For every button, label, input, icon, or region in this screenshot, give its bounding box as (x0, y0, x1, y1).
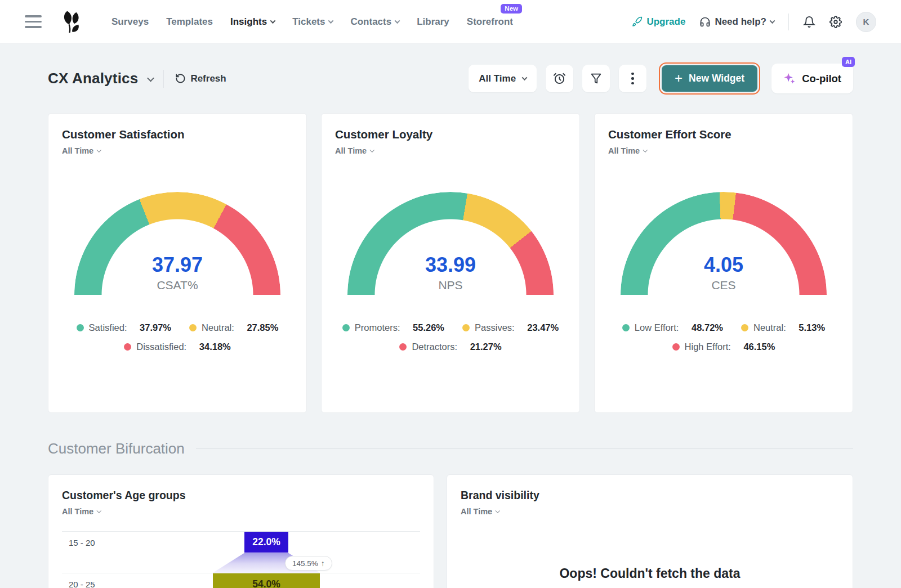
more-options-button[interactable] (619, 65, 646, 92)
chevron-down-icon (496, 509, 500, 513)
card-title: Customer Effort Score (608, 128, 839, 141)
legend-item: Satisfied: 37.97% (77, 322, 171, 333)
legend-dot (189, 324, 197, 331)
customer-bifurcation-section: Customer Bifurcation (48, 440, 853, 457)
legend-item: Low Effort: 48.72% (622, 322, 723, 333)
card-time-filter[interactable]: All Time (335, 146, 374, 155)
legend-dot (342, 324, 350, 331)
nav-item-surveys[interactable]: Surveys (111, 16, 149, 28)
copilot-button[interactable]: Co-pilot AI (771, 64, 853, 93)
gauge-legend: Promoters: 55.26% Passives: 23.47% Detra… (335, 322, 566, 352)
nav-item-insights[interactable]: Insights (230, 16, 275, 28)
gauge-label: NPS (347, 279, 554, 292)
legend-dot (124, 343, 131, 351)
legend-item: Promoters: 55.26% (342, 322, 444, 333)
gauge-label: CSAT% (74, 279, 280, 292)
gauge-cards-row: Customer Satisfaction All Time 37.97 CSA… (48, 113, 853, 413)
nav-item-templates[interactable]: Templates (166, 16, 213, 28)
funnel-category: 20 - 25 (62, 573, 113, 588)
funnel-row: 20 - 25 54.0% (62, 573, 420, 588)
gauge-legend: Satisfied: 37.97% Neutral: 27.85% Dissat… (62, 322, 293, 352)
kebab-menu-icon (631, 73, 634, 85)
time-filter-dropdown[interactable]: All Time (469, 65, 537, 92)
funnel-filter-icon (590, 73, 602, 84)
customer-loyalty-card: Customer Loyalty All Time 33.99 NPS Prom… (321, 113, 580, 413)
card-time-filter[interactable]: All Time (461, 507, 499, 516)
card-title: Customer Loyalty (335, 128, 566, 141)
settings-gear-icon[interactable] (829, 16, 842, 28)
top-navigation: Surveys Templates Insights Tickets Conta… (0, 0, 901, 44)
gauge-value: 37.97 (74, 253, 280, 277)
card-title: Customer Satisfaction (62, 128, 293, 141)
card-title: Customer's Age groups (62, 489, 420, 502)
need-help-menu[interactable]: Need help? (699, 16, 774, 28)
legend-item: High Effort: 46.15% (672, 342, 775, 352)
page-title: CX Analytics (48, 70, 138, 87)
ai-badge: AI (842, 57, 855, 67)
funnel-category: 15 - 20 (62, 532, 113, 553)
age-groups-card: Customer's Age groups All Time 15 - 20 2… (48, 474, 434, 588)
customer-satisfaction-card: Customer Satisfaction All Time 37.97 CSA… (48, 113, 307, 413)
upgrade-link[interactable]: Upgrade (632, 16, 685, 28)
chevron-down-icon (770, 18, 775, 24)
funnel-bar: 54.0% (213, 573, 320, 588)
nav-item-storefront[interactable]: Storefront New (467, 16, 513, 28)
csat-gauge-chart: 37.97 CSAT% (74, 192, 280, 295)
chevron-down-icon (395, 18, 400, 24)
chevron-down-icon (148, 74, 155, 82)
chevron-down-icon (97, 509, 101, 513)
plus-icon: + (675, 71, 683, 85)
nav-item-tickets[interactable]: Tickets (292, 16, 333, 28)
section-title: Customer Bifurcation (48, 440, 185, 457)
chevron-down-icon (328, 18, 334, 24)
filter-button[interactable] (582, 65, 610, 92)
refresh-button[interactable]: Refresh (175, 73, 226, 84)
funnel-row: 15 - 20 22.0% 145.5%↑ (62, 531, 420, 573)
legend-item: Detractors: 21.27% (399, 342, 501, 352)
gauge-value: 4.05 (621, 253, 827, 277)
legend-dot (399, 343, 407, 351)
legend-dot (622, 324, 630, 331)
sparkle-icon (783, 72, 796, 85)
chevron-down-icon (643, 148, 648, 152)
gauge-legend: Low Effort: 48.72% Neutral: 5.13% High E… (608, 322, 839, 352)
chevron-down-icon (522, 75, 528, 80)
main-nav: Surveys Templates Insights Tickets Conta… (111, 16, 513, 28)
alarm-clock-icon (553, 72, 566, 85)
rocket-icon (632, 16, 643, 27)
divider (163, 70, 164, 88)
headset-icon (699, 16, 711, 28)
brand-visibility-card: Brand visibility All Time Oops! Couldn't… (447, 474, 853, 588)
schedule-alarm-button[interactable] (546, 65, 573, 92)
card-time-filter[interactable]: All Time (62, 146, 101, 155)
chevron-down-icon (370, 148, 374, 152)
legend-dot (462, 324, 470, 331)
ces-gauge-chart: 4.05 CES (621, 192, 827, 295)
notifications-bell-icon[interactable] (803, 16, 815, 28)
page-header: CX Analytics Refresh All Time + New Widg… (48, 62, 853, 95)
hamburger-menu-icon[interactable] (25, 15, 42, 28)
new-widget-highlight-ring: + New Widget (659, 62, 760, 95)
new-badge: New (501, 4, 522, 14)
nav-item-contacts[interactable]: Contacts (350, 16, 399, 28)
funnel-change-badge: 145.5%↑ (285, 556, 332, 571)
chevron-down-icon (270, 18, 276, 24)
funnel-bar: 22.0% (244, 532, 288, 553)
user-avatar[interactable]: K (856, 12, 876, 32)
legend-item: Neutral: 5.13% (741, 322, 825, 333)
dashboard-switcher-chevron[interactable] (148, 74, 153, 84)
error-message: Oops! Couldn't fetch the data (461, 566, 839, 581)
chevron-down-icon (97, 148, 101, 152)
legend-dot (77, 324, 84, 331)
customer-effort-score-card: Customer Effort Score All Time 4.05 CES … (594, 113, 853, 413)
nav-item-library[interactable]: Library (417, 16, 449, 28)
new-widget-button[interactable]: + New Widget (662, 65, 757, 92)
card-time-filter[interactable]: All Time (608, 146, 647, 155)
bottom-cards-row: Customer's Age groups All Time 15 - 20 2… (48, 474, 853, 588)
section-divider (196, 448, 853, 449)
nps-gauge-chart: 33.99 NPS (347, 192, 554, 295)
legend-dot (741, 324, 748, 331)
gauge-value: 33.99 (347, 253, 554, 277)
card-title: Brand visibility (461, 489, 839, 502)
card-time-filter[interactable]: All Time (62, 507, 101, 516)
